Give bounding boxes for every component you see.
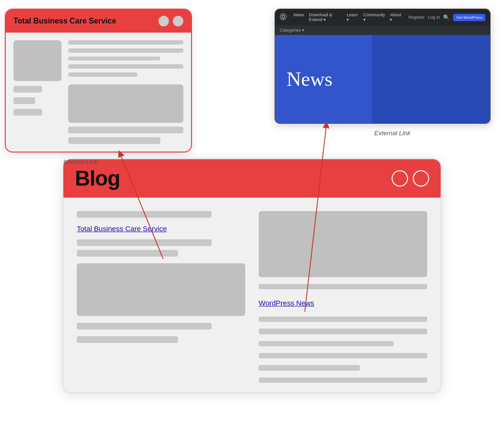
internal-bar-1 bbox=[13, 86, 42, 93]
int-right-bar-5 bbox=[68, 72, 137, 77]
blog-win-buttons bbox=[392, 170, 429, 187]
blog-left-image bbox=[77, 263, 245, 316]
blog-window-title: Blog bbox=[75, 166, 120, 190]
internal-link-anchor[interactable]: Total Business Care Service bbox=[77, 224, 245, 233]
internal-win-btn-2[interactable] bbox=[173, 16, 183, 26]
blog-left-bar-3 bbox=[77, 250, 178, 257]
internal-window-content bbox=[6, 33, 191, 152]
ext-nav-community[interactable]: Community ▾ bbox=[363, 12, 385, 22]
blog-right-bar-5 bbox=[259, 353, 427, 358]
ext-nav-learn[interactable]: Learn ▾ bbox=[347, 12, 358, 22]
get-wordpress-button[interactable]: Get WordPress bbox=[453, 14, 485, 21]
blog-right-bar-1 bbox=[259, 284, 427, 289]
label-internal-link: Internal Link bbox=[63, 158, 97, 165]
ext-categories-text[interactable]: Categories ▾ bbox=[280, 28, 304, 33]
blog-window: Blog Total Business Care Service WordPre… bbox=[62, 158, 442, 393]
int-bottom-bar-2 bbox=[68, 137, 160, 144]
ext-hero-title: News bbox=[287, 68, 333, 91]
blog-left-bar-1 bbox=[77, 211, 212, 218]
ext-hero: News bbox=[275, 35, 490, 123]
internal-bar-2 bbox=[13, 97, 35, 104]
internal-window-title: Total Business Care Service bbox=[13, 17, 116, 25]
int-right-bar-4 bbox=[68, 64, 183, 69]
internal-win-btn-1[interactable] bbox=[158, 16, 169, 26]
blog-right-bar-2 bbox=[259, 317, 427, 322]
int-right-bar-2 bbox=[68, 48, 183, 53]
blog-right-image bbox=[259, 211, 427, 277]
blog-right-bar-6 bbox=[259, 365, 360, 370]
ext-nav-links: News Download & Extend ▾ Learn ▾ Communi… bbox=[293, 12, 402, 22]
ext-nav-download[interactable]: Download & Extend ▾ bbox=[309, 12, 342, 22]
blog-left-column: Total Business Care Service bbox=[77, 211, 245, 383]
label-external-link: External Link bbox=[374, 130, 410, 137]
ext-register[interactable]: Register bbox=[408, 15, 425, 20]
blog-titlebar: Blog bbox=[63, 159, 441, 198]
ext-nav-news[interactable]: News bbox=[293, 12, 304, 22]
internal-image bbox=[13, 40, 61, 81]
int-bottom-bar-1 bbox=[68, 127, 183, 133]
int-right-bar-1 bbox=[68, 40, 183, 45]
blog-right-bar-4 bbox=[259, 341, 394, 346]
blog-right-column: WordPress News bbox=[259, 211, 427, 383]
int-right-bar-3 bbox=[68, 57, 160, 61]
blog-right-bar-3 bbox=[259, 329, 427, 334]
ext-nav-actions: Register Log In 🔍 Get WordPress bbox=[408, 14, 485, 21]
blog-right-bar-7 bbox=[259, 377, 427, 383]
blog-left-bar-4 bbox=[77, 323, 212, 330]
external-window: ⓪ News Download & Extend ▾ Learn ▾ Commu… bbox=[275, 9, 491, 124]
internal-window: Total Business Care Service bbox=[5, 9, 192, 153]
blog-left-bar-5 bbox=[77, 336, 178, 343]
blog-left-top: Total Business Care Service bbox=[77, 211, 245, 257]
blog-content: Total Business Care Service WordPress Ne… bbox=[63, 198, 441, 392]
internal-win-buttons bbox=[158, 16, 183, 26]
ext-hero-bg bbox=[372, 35, 490, 123]
ext-wp-logo: ⓪ bbox=[280, 13, 287, 22]
ext-navbar: ⓪ News Download & Extend ▾ Learn ▾ Commu… bbox=[275, 9, 490, 25]
ext-login[interactable]: Log In bbox=[428, 15, 440, 20]
search-icon[interactable]: 🔍 bbox=[443, 14, 450, 21]
blog-win-btn-2[interactable] bbox=[413, 170, 429, 187]
internal-bottom-img bbox=[68, 84, 183, 123]
internal-right-col bbox=[68, 40, 183, 144]
ext-nav-about[interactable]: About ▾ bbox=[390, 12, 402, 22]
ext-categories-bar: Categories ▾ bbox=[275, 25, 490, 35]
internal-titlebar: Total Business Care Service bbox=[6, 10, 191, 33]
external-link-anchor[interactable]: WordPress News bbox=[259, 299, 427, 307]
int-right-bottom bbox=[68, 84, 183, 144]
internal-bar-3 bbox=[13, 109, 42, 116]
blog-win-btn-1[interactable] bbox=[392, 170, 408, 187]
internal-left-col bbox=[13, 40, 61, 144]
blog-left-bar-2 bbox=[77, 239, 212, 246]
